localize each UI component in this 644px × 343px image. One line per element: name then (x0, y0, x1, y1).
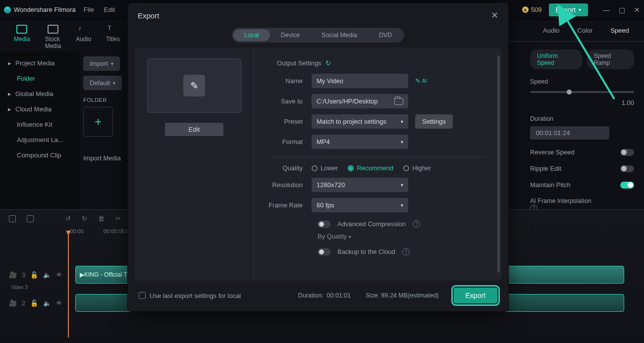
tl-tool-icon[interactable] (9, 215, 16, 222)
preset-settings-button[interactable]: Settings (415, 114, 453, 129)
ripple-edit-toggle[interactable] (620, 165, 634, 172)
backup-cloud-label: Backup to the Cloud (337, 248, 395, 255)
app-logo: Wondershare Filmora (4, 6, 76, 13)
menu-bar: File Edit (84, 6, 115, 13)
duration-label: Duration: (298, 292, 323, 299)
shelf-tab-titles[interactable]: T Titles (106, 25, 120, 49)
lock-icon[interactable]: 🔓 (30, 271, 38, 279)
import-hint: Import Media (83, 154, 124, 162)
undo-icon[interactable]: ↺ (65, 215, 71, 222)
name-input[interactable] (312, 74, 408, 88)
window-restore-icon[interactable]: ▢ (619, 6, 625, 14)
tl-tool-icon[interactable] (27, 215, 34, 222)
nav-folder[interactable]: Folder (3, 71, 76, 86)
quality-label: Quality (258, 164, 312, 172)
credits-value: 509 (531, 6, 542, 13)
menu-file[interactable]: File (84, 6, 94, 13)
quality-lower-radio[interactable]: Lower (312, 164, 338, 172)
cloud-sync-icon[interactable]: ↻ (325, 59, 331, 67)
export-tab-social[interactable]: Social Media (311, 29, 368, 41)
name-label: Name (258, 77, 312, 85)
edit-thumbnail-button[interactable]: Edit (165, 123, 224, 136)
speaker-icon[interactable]: 🔈 (43, 299, 51, 307)
preset-select[interactable]: Match to project settings ▾ (312, 114, 408, 129)
ai-interpolation-label: AI Frame Interpolation (530, 197, 591, 204)
quality-higher-radio[interactable]: Higher (403, 164, 431, 172)
chevron-down-icon: ▾ (579, 7, 581, 12)
menu-edit[interactable]: Edit (104, 6, 115, 13)
credits-badge[interactable]: 509 (522, 6, 542, 13)
header-export-button[interactable]: Export ▾ (549, 3, 588, 16)
speed-slider[interactable] (530, 91, 634, 93)
speed-value[interactable]: 1.00 (622, 99, 634, 106)
format-select[interactable]: MP4 ▾ (312, 135, 408, 149)
cut-icon[interactable]: ✂ (115, 215, 121, 222)
window-minimize-icon[interactable]: — (603, 6, 610, 14)
nav-compound-clip[interactable]: Compound Clip (3, 147, 76, 163)
shelf-tab-audio[interactable]: ♪ Audio (76, 25, 91, 49)
inspector-tab-color[interactable]: Color (577, 27, 592, 34)
timecode-mark: :00:00 (68, 228, 84, 234)
titles-icon: T (107, 25, 118, 34)
sort-dropdown[interactable]: Default▾ (83, 76, 122, 90)
nav-cloud-media[interactable]: ▸ Cloud Media (3, 101, 76, 117)
help-icon[interactable]: ? (402, 248, 410, 255)
ripple-edit-label: Ripple Edit (530, 165, 561, 172)
shelf-tab-media[interactable]: Media (14, 25, 30, 49)
window-close-icon[interactable]: ✕ (634, 6, 640, 14)
reverse-speed-label: Reverse Speed (530, 148, 575, 156)
import-dropdown[interactable]: Import▾ (83, 56, 120, 71)
speaker-icon[interactable]: 🔈 (43, 271, 51, 279)
ai-name-icon[interactable]: ✎AI (415, 77, 427, 85)
track-index: 3 (22, 271, 25, 279)
use-last-checkbox[interactable] (139, 292, 146, 299)
app-title: Wondershare Filmora (14, 6, 76, 13)
nav-influence-kit[interactable]: Influence Kit (3, 117, 76, 132)
media-icon (16, 25, 27, 34)
chevron-down-icon: ▾ (113, 80, 115, 86)
nav-project-media[interactable]: ▸ Project Media (3, 55, 76, 71)
add-media-tile[interactable]: + (83, 107, 113, 137)
size-value: 89.24 MB(estimated) (381, 292, 439, 299)
folder-icon[interactable] (394, 98, 403, 105)
framerate-select[interactable]: 60 fps ▾ (312, 198, 408, 212)
advanced-compression-toggle[interactable] (318, 221, 330, 228)
redo-icon[interactable]: ↻ (82, 215, 87, 222)
maintain-pitch-label: Maintain Pitch (530, 181, 571, 189)
pill-uniform-speed[interactable]: Uniform Speed (530, 49, 582, 69)
eye-icon[interactable]: 👁 (56, 299, 62, 307)
maintain-pitch-toggle[interactable] (620, 182, 634, 189)
nav-global-media[interactable]: ▸ Global Media (3, 86, 76, 101)
export-tab-device[interactable]: Device (270, 29, 311, 41)
resolution-select[interactable]: 1280x720 ▾ (312, 178, 408, 192)
speed-label: Speed (530, 78, 634, 85)
saveto-field[interactable]: C:/Users/HP/Desktop (312, 94, 408, 108)
thumbnail-preview[interactable]: ✎ (147, 58, 241, 113)
chevron-down-icon: ▾ (401, 202, 403, 208)
playhead[interactable] (68, 234, 69, 338)
duration-value[interactable]: 00:01:01:24 (530, 126, 609, 140)
backup-cloud-toggle[interactable] (318, 248, 330, 255)
lock-icon[interactable]: 🔓 (30, 299, 38, 307)
export-confirm-button[interactable]: Export (454, 288, 497, 303)
duration-value: 00:01:01 (327, 292, 351, 299)
compression-mode-select[interactable]: By Quality ▾ (318, 233, 414, 240)
inspector-tab-speed[interactable]: Speed (610, 27, 629, 34)
chevron-down-icon: ▾ (349, 234, 351, 240)
eye-icon[interactable]: 👁 (56, 271, 62, 279)
dialog-close-icon[interactable]: ✕ (491, 10, 498, 21)
export-tab-dvd[interactable]: DVD (368, 29, 403, 41)
quality-recommend-radio[interactable]: Recommend (348, 164, 393, 172)
help-icon[interactable]: ? (413, 220, 420, 228)
dialog-scrollbar[interactable] (497, 55, 500, 273)
header-export-label: Export (556, 6, 576, 14)
export-tab-local[interactable]: Local (233, 29, 270, 41)
resolution-label: Resolution (258, 181, 312, 189)
inspector-tab-audio[interactable]: Audio (543, 27, 559, 34)
nav-adjustment-layer[interactable]: Adjustment La... (3, 132, 76, 147)
shelf-tab-stock[interactable]: Stock Media (45, 25, 61, 49)
pill-speed-ramp[interactable]: Speed Ramp (587, 49, 634, 69)
reverse-speed-toggle[interactable] (620, 149, 634, 156)
track-index: 2 (22, 299, 25, 307)
trash-icon[interactable]: 🗑 (98, 215, 105, 222)
